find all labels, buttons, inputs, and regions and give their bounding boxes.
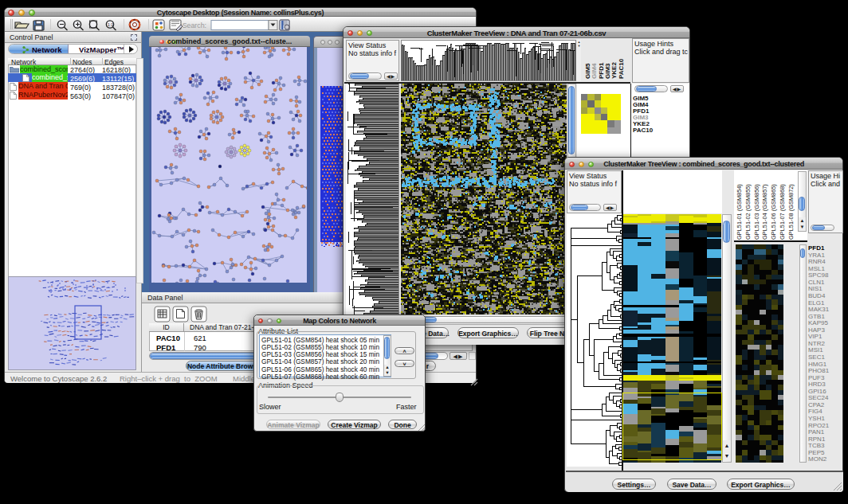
svg-text:GPL51-02 (GSM855): GPL51-02 (GSM855) xyxy=(744,184,752,240)
svg-text:GPL51-04 (GSM857): GPL51-04 (GSM857) xyxy=(761,184,768,240)
svg-text:PAC10: PAC10 xyxy=(618,58,625,79)
svg-text:GPL51-01 (GSM854): GPL51-01 (GSM854) xyxy=(736,184,743,240)
svg-text:Search:: Search: xyxy=(183,21,206,29)
svg-text:GPL51-07 (GSM868): GPL51-07 (GSM868) xyxy=(779,184,786,240)
svg-text:GPL51-06 (GSM865): GPL51-06 (GSM865) xyxy=(770,184,777,240)
svg-text:GPL51-08 (GSM872): GPL51-08 (GSM872) xyxy=(787,184,795,240)
svg-text:1:1: 1:1 xyxy=(108,22,113,27)
svg-text:GPL51-03 (GSM856): GPL51-03 (GSM856) xyxy=(753,184,760,240)
